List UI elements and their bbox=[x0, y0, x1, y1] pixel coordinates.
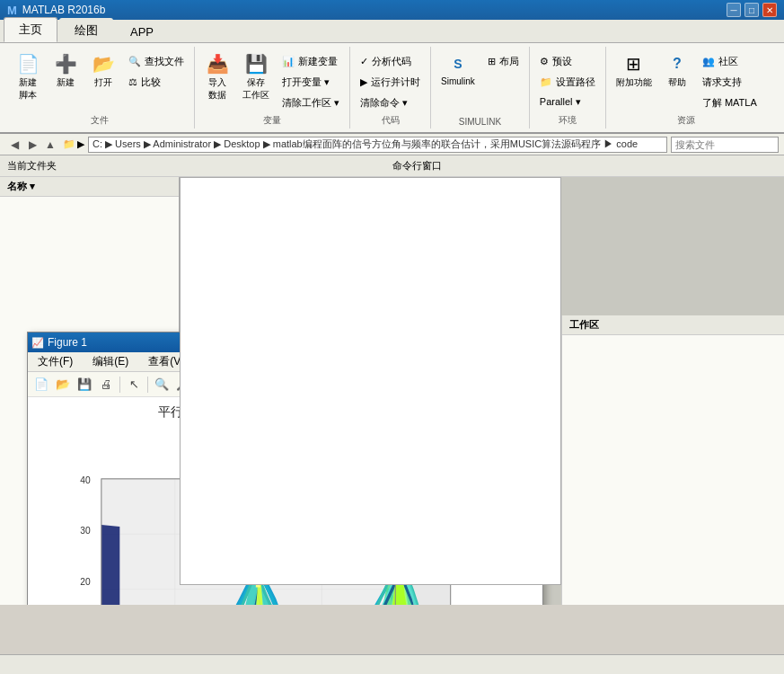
gear-icon: ⚙ bbox=[540, 56, 549, 67]
close-button[interactable]: ✕ bbox=[762, 3, 777, 17]
new-script-label: 新建脚本 bbox=[19, 76, 37, 102]
address-path[interactable]: C: ▶ Users ▶ Administrator ▶ Desktop ▶ m… bbox=[88, 137, 667, 153]
minimize-button[interactable]: ─ bbox=[727, 3, 741, 17]
command-window-label: 命令行窗口 bbox=[392, 159, 442, 173]
new-icon: ➕ bbox=[53, 51, 78, 76]
file-group-label: 文件 bbox=[91, 114, 109, 127]
fig-print-button[interactable]: 🖨 bbox=[96, 375, 116, 395]
search-icon: 🔍 bbox=[128, 56, 141, 67]
import-label: 导入数据 bbox=[208, 76, 226, 102]
compare-icon: ⚖ bbox=[128, 76, 137, 88]
simulink-button[interactable]: S Simulink bbox=[436, 49, 480, 89]
community-button[interactable]: 👥 社区 bbox=[698, 52, 762, 71]
svg-marker-14 bbox=[101, 525, 119, 605]
figure-menu-edit[interactable]: 编辑(E) bbox=[86, 351, 135, 372]
address-bar: ◀ ▶ ▲ 📁 ▶ C: ▶ Users ▶ Administrator ▶ D… bbox=[0, 134, 784, 155]
help-label: 帮助 bbox=[668, 76, 686, 89]
clear-workspace-button[interactable]: 清除工作区 ▾ bbox=[277, 93, 344, 112]
layout-icon: ⊞ bbox=[488, 56, 496, 67]
analyze-code-button[interactable]: ✓ 分析代码 bbox=[356, 52, 425, 71]
panel-labels-bar: 当前文件夹 命令行窗口 bbox=[0, 155, 784, 177]
workspace-panel: 工作区 bbox=[561, 315, 784, 605]
file-browser-content bbox=[0, 197, 179, 204]
preferences-button[interactable]: ⚙ 预设 bbox=[535, 52, 600, 71]
new-var-icon: 📊 bbox=[282, 56, 295, 67]
new-script-icon: 📄 bbox=[15, 51, 40, 76]
status-bar bbox=[0, 654, 784, 674]
open-button[interactable]: 📂 打开 bbox=[86, 49, 120, 92]
matlab-logo: M bbox=[7, 4, 17, 17]
compare-button[interactable]: ⚖ 比较 bbox=[124, 73, 189, 92]
addons-icon: ⊞ bbox=[621, 51, 647, 76]
open-variable-button[interactable]: 打开变量 ▾ bbox=[277, 73, 344, 92]
up-button[interactable]: ▲ bbox=[41, 136, 59, 154]
layout-button[interactable]: ⊞ 布局 bbox=[483, 52, 524, 71]
import-button[interactable]: 📥 导入数据 bbox=[200, 49, 234, 104]
open-label: 打开 bbox=[94, 76, 112, 89]
fig-open-button[interactable]: 📂 bbox=[53, 375, 73, 395]
resources-group-label: 资源 bbox=[677, 114, 695, 127]
import-icon: 📥 bbox=[205, 51, 230, 76]
ribbon-group-variable: 📥 导入数据 💾 保存工作区 📊 新建变量 打开变量 ▾ 清除工作区 ▾ bbox=[195, 47, 350, 129]
title-bar: M MATLAB R2016b ─ □ ✕ bbox=[0, 0, 784, 20]
help-icon: ? bbox=[665, 51, 690, 76]
parallel-button[interactable]: Parallel ▾ bbox=[535, 93, 600, 111]
save-label: 保存工作区 bbox=[242, 76, 269, 102]
arrow-icon: ▶ bbox=[77, 138, 84, 150]
svg-text:30: 30 bbox=[80, 526, 91, 536]
folder-icon: 📁 bbox=[63, 138, 75, 150]
help-button[interactable]: ? 帮助 bbox=[660, 49, 694, 92]
maximize-button[interactable]: □ bbox=[744, 3, 759, 17]
tab-plot[interactable]: 绘图 bbox=[59, 18, 113, 42]
analyze-icon: ✓ bbox=[360, 56, 368, 67]
simulink-icon: S bbox=[445, 51, 471, 76]
simulink-label: Simulink bbox=[441, 76, 475, 86]
ribbon-tab-bar: 主页 绘图 APP bbox=[0, 20, 784, 43]
figure-icon: 📈 bbox=[31, 337, 44, 349]
simulink-group-label: SIMULINK bbox=[459, 117, 501, 127]
tab-app[interactable]: APP bbox=[115, 21, 169, 42]
save-icon: 💾 bbox=[243, 51, 269, 76]
ribbon-group-resources: ⊞ 附加功能 ? 帮助 👥 社区 请求支持 了解 MATLA 资源 bbox=[606, 47, 767, 129]
back-button[interactable]: ◀ bbox=[5, 136, 23, 154]
set-path-button[interactable]: 📁 设置路径 bbox=[535, 73, 600, 92]
new-button[interactable]: ➕ 新建 bbox=[48, 49, 83, 92]
ribbon-group-simulink: S Simulink ⊞ 布局 SIMULINK bbox=[431, 47, 530, 129]
run-icon: ▶ bbox=[360, 76, 367, 88]
run-parallel-button[interactable]: ▶ 运行并计时 bbox=[356, 73, 425, 92]
command-window[interactable] bbox=[180, 177, 561, 585]
addons-label: 附加功能 bbox=[616, 76, 652, 89]
add-ons-button[interactable]: ⊞ 附加功能 bbox=[612, 49, 656, 92]
find-files-button[interactable]: 🔍 查找文件 bbox=[124, 52, 189, 71]
tab-home[interactable]: 主页 bbox=[4, 17, 57, 42]
learn-matlab-button[interactable]: 了解 MATLA bbox=[698, 93, 762, 112]
search-input[interactable] bbox=[671, 137, 779, 153]
open-icon: 📂 bbox=[91, 51, 116, 76]
workspace-header: 工作区 bbox=[562, 315, 784, 335]
new-script-button[interactable]: 📄 新建脚本 bbox=[11, 49, 45, 104]
request-support-button[interactable]: 请求支持 bbox=[698, 73, 762, 92]
path-icon: 📁 bbox=[540, 76, 552, 88]
new-label: 新建 bbox=[57, 76, 75, 89]
environment-group-label: 环境 bbox=[559, 114, 577, 127]
ribbon-group-code: ✓ 分析代码 ▶ 运行并计时 清除命令 ▾ 代码 bbox=[350, 47, 431, 129]
forward-button[interactable]: ▶ bbox=[23, 136, 41, 154]
app-title: MATLAB R2016b bbox=[22, 4, 106, 16]
community-icon: 👥 bbox=[702, 56, 715, 67]
fig-select-button[interactable]: ↖ bbox=[124, 375, 144, 395]
fig-new-button[interactable]: 📄 bbox=[31, 375, 51, 395]
clear-commands-button[interactable]: 清除命令 ▾ bbox=[356, 93, 425, 112]
code-group-label: 代码 bbox=[382, 114, 400, 127]
fig-zoom-in-button[interactable]: 🔍 bbox=[152, 375, 172, 395]
toolbar-sep-2 bbox=[147, 377, 148, 393]
variable-group-label: 变量 bbox=[263, 114, 281, 127]
figure-menu-file[interactable]: 文件(F) bbox=[31, 351, 79, 372]
ribbon: 📄 新建脚本 ➕ 新建 📂 打开 🔍 查找文件 ⚖ 比较 bbox=[0, 43, 784, 134]
ribbon-group-environment: ⚙ 预设 📁 设置路径 Parallel ▾ 环境 bbox=[530, 47, 606, 129]
save-workspace-button[interactable]: 💾 保存工作区 bbox=[238, 49, 274, 104]
fig-save-button[interactable]: 💾 bbox=[75, 375, 94, 395]
svg-text:20: 20 bbox=[80, 577, 91, 587]
new-variable-button[interactable]: 📊 新建变量 bbox=[277, 52, 344, 71]
toolbar-sep-1 bbox=[119, 377, 120, 393]
file-browser-header: 名称 ▾ bbox=[0, 177, 179, 197]
